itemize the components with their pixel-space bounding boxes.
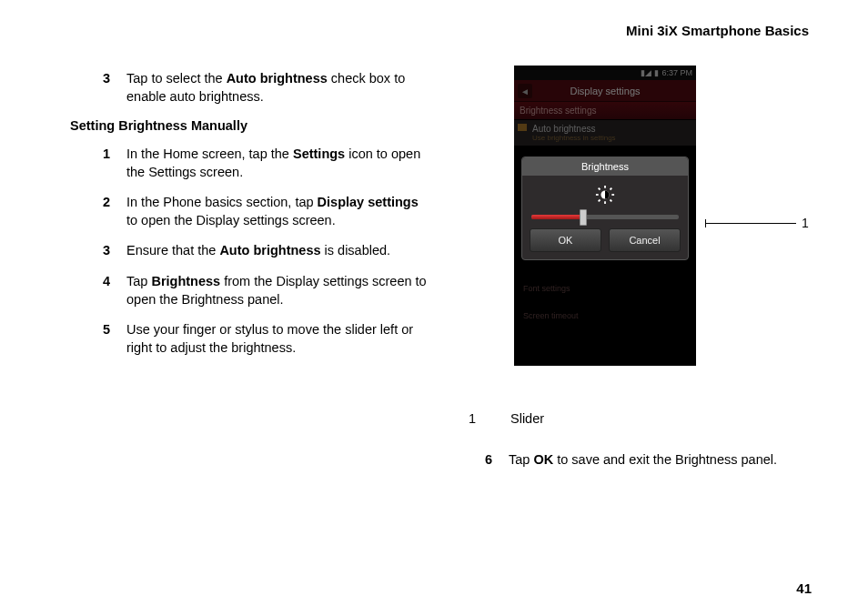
battery-icon: ▮ xyxy=(654,68,659,77)
step-text: In the Phone basics section, tap Display… xyxy=(126,194,432,229)
section-bar: Brightness settings xyxy=(514,102,696,120)
text: Tap xyxy=(509,452,533,467)
legend: 1Slider xyxy=(469,411,818,426)
bold: Settings xyxy=(293,146,345,161)
brightness-dialog: Brightness OK Cancel xyxy=(521,157,689,260)
step-6: 6 Tap OK to save and exit the Brightness… xyxy=(469,451,818,470)
dialog-buttons: OK Cancel xyxy=(522,228,688,252)
step-text: Tap Brightness from the Display settings… xyxy=(126,273,432,308)
svg-line-5 xyxy=(599,188,601,190)
text: Ensure that the xyxy=(126,243,219,258)
brightness-icon xyxy=(522,176,688,215)
folder-icon xyxy=(518,124,527,131)
screen-title: Display settings xyxy=(570,86,640,96)
step-1: 1 In the Home screen, tap the Settings i… xyxy=(86,146,432,181)
row-auto-brightness[interactable]: Auto brightness Use brightness in settin… xyxy=(514,120,696,146)
page-header: Mini 3iX Smartphone Basics xyxy=(86,23,809,38)
callout-number: 1 xyxy=(802,216,809,230)
svg-line-7 xyxy=(599,200,601,202)
slider-thumb[interactable] xyxy=(580,209,587,226)
step-5: 5 Use your finger or stylus to move the … xyxy=(86,321,432,357)
step-number: 3 xyxy=(86,70,110,106)
row-title: Auto brightness xyxy=(532,124,691,134)
text: In the Phone basics section, tap xyxy=(126,195,318,209)
phone-screenshot: ▮◢ ▮ 6:37 PM ◄ Display settings Brightne… xyxy=(514,66,732,375)
step-text: In the Home screen, tap the Settings ico… xyxy=(126,146,432,181)
status-time: 6:37 PM xyxy=(661,68,692,77)
page-number: 41 xyxy=(796,581,812,596)
callout-line xyxy=(705,223,796,224)
text: Tap to select the xyxy=(126,71,227,86)
svg-line-8 xyxy=(611,188,612,190)
text: Use your finger or stylus to move the sl… xyxy=(126,322,413,355)
row-subtitle: Use brightness in settings xyxy=(532,134,691,142)
dialog-title: Brightness xyxy=(522,157,688,176)
bg-row-font: Font settings xyxy=(523,284,570,293)
pre-step-3: 3 Tap to select the Auto brightness chec… xyxy=(86,70,432,106)
status-bar: ▮◢ ▮ 6:37 PM xyxy=(514,66,696,80)
screen-title-bar: ◄ Display settings xyxy=(514,80,696,102)
step-text: Use your finger or stylus to move the sl… xyxy=(126,321,432,357)
bg-row-timeout: Screen timeout xyxy=(523,311,579,320)
left-column: 3 Tap to select the Auto brightness chec… xyxy=(86,70,432,470)
step-number: 4 xyxy=(86,273,110,308)
legend-label: Slider xyxy=(510,411,544,426)
right-column: ▮◢ ▮ 6:37 PM ◄ Display settings Brightne… xyxy=(469,70,818,470)
text: is disabled. xyxy=(321,243,391,258)
bold: Display settings xyxy=(318,195,419,209)
step-3: 3 Ensure that the Auto brightness is dis… xyxy=(86,242,432,260)
step-text: Ensure that the Auto brightness is disab… xyxy=(126,242,432,260)
step-number: 3 xyxy=(86,242,110,260)
subheading-manual-brightness: Setting Brightness Manually xyxy=(70,118,432,133)
bold: OK xyxy=(533,452,553,467)
step-text: Tap to select the Auto brightness check … xyxy=(126,70,432,106)
signal-icon: ▮◢ xyxy=(641,68,651,77)
ok-button[interactable]: OK xyxy=(530,228,601,252)
cancel-button[interactable]: Cancel xyxy=(609,228,681,252)
bold: Auto brightness xyxy=(219,243,320,258)
step-2: 2 In the Phone basics section, tap Displ… xyxy=(86,194,432,229)
step-number: 5 xyxy=(86,321,110,357)
text: to save and exit the Brightness panel. xyxy=(553,452,777,467)
bold: Brightness xyxy=(151,274,220,288)
brightness-slider[interactable] xyxy=(531,215,679,219)
text: Tap xyxy=(126,274,151,288)
brightness-slider-area xyxy=(522,215,688,228)
step-number: 2 xyxy=(86,194,110,229)
legend-number: 1 xyxy=(469,411,485,426)
svg-line-6 xyxy=(611,200,612,202)
back-icon[interactable]: ◄ xyxy=(518,84,532,98)
slider-fill xyxy=(531,215,583,219)
step-4: 4 Tap Brightness from the Display settin… xyxy=(86,273,432,308)
step-number: 6 xyxy=(469,451,492,470)
phone-screen: ▮◢ ▮ 6:37 PM ◄ Display settings Brightne… xyxy=(514,66,696,366)
step-number: 1 xyxy=(86,146,110,181)
text: to open the Display settings screen. xyxy=(126,213,336,227)
text: In the Home screen, tap the xyxy=(126,146,293,161)
content-columns: 3 Tap to select the Auto brightness chec… xyxy=(86,70,818,470)
step-text: Tap OK to save and exit the Brightness p… xyxy=(509,451,818,470)
bold: Auto brightness xyxy=(227,71,328,86)
